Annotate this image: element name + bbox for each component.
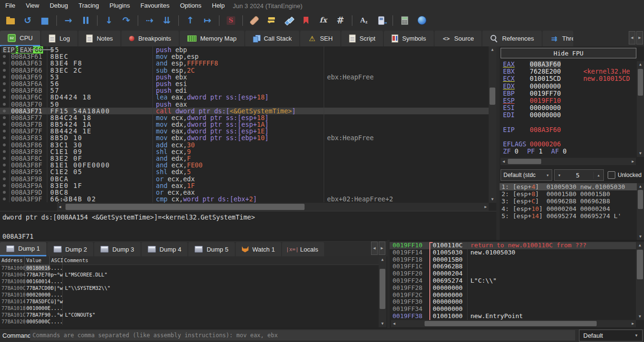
disasm-row[interactable]: 008A3F89C1E1 09shl ecx,9 — [0, 148, 489, 155]
label-icon[interactable] — [282, 14, 296, 27]
close-icon[interactable]: ■ — [38, 14, 52, 27]
tab-locals[interactable]: |x=|Locals — [282, 242, 325, 256]
register-row[interactable]: ZF0PF1AF0 — [500, 148, 637, 155]
register-row[interactable]: EAX008A3F60 — [500, 61, 637, 68]
disasm-row[interactable]: 008A3F7050push eax — [0, 101, 489, 108]
argument-row[interactable]: 3: [esp+C] 006962B8 006962B8 — [500, 198, 637, 205]
scroll-down-icon[interactable]: ▼ — [637, 152, 644, 155]
menu-tracing[interactable]: Tracing — [73, 0, 104, 11]
dump-row[interactable]: 77BA101000020000.... — [0, 291, 379, 298]
tab-dump-2[interactable]: Dump 2 — [47, 242, 94, 256]
calling-convention-dropdown[interactable]: Default (stdc ▼ — [501, 169, 552, 181]
argument-row[interactable]: 4: [esp+10] 00000204 00000204 — [500, 205, 637, 212]
stack-row[interactable]: 0019FF2800000000 — [390, 285, 636, 292]
stack-row[interactable]: 0019FF18000015B0 — [390, 256, 636, 264]
dump-row[interactable]: 77BA101477BA5DFCü]°w — [0, 298, 379, 305]
breakpoint-dot[interactable] — [0, 53, 9, 60]
tab-script[interactable]: Script — [341, 31, 383, 46]
tab-breakpoints[interactable]: Breakpoints — [121, 31, 179, 46]
breakpoint-dot[interactable] — [0, 134, 9, 141]
breakpoint-dot[interactable] — [0, 162, 9, 168]
breakpoint-dot[interactable] — [0, 67, 9, 74]
menu-help[interactable]: Help — [207, 0, 230, 11]
argument-row[interactable]: 2: [esp+8] 000015B0 000015B0 — [500, 190, 637, 198]
disasm-row[interactable]: 008A3F9A83E0 1Fand eax,1F — [0, 182, 489, 189]
disasm-row[interactable]: 008A3F8C83E2 0Fand edx,F — [0, 155, 489, 162]
stack-hscrollbar[interactable]: ◀ ▶ — [391, 320, 636, 327]
attach-icon[interactable] — [374, 14, 388, 27]
command-input[interactable] — [30, 330, 575, 341]
disasm-row[interactable]: 008A3F9F66:3B4B 02cmp cx,word ptr ds:[eb… — [0, 196, 489, 202]
dump-row[interactable]: 77BA100000180016.... — [0, 265, 379, 271]
tab-watch-1[interactable]: Watch 1 — [236, 242, 281, 256]
dump-vscrollbar[interactable]: ▲ ▼ — [379, 256, 386, 327]
scroll-left-icon[interactable]: ◀ — [393, 322, 395, 326]
globe-icon[interactable] — [415, 14, 429, 27]
register-row[interactable]: EBX7628E200<kernel32.He — [500, 68, 637, 75]
stepper-down-icon[interactable]: ▼ — [555, 174, 564, 177]
scroll-up-icon[interactable]: ▲ — [637, 63, 644, 66]
scroll-left-icon[interactable]: ◀ — [59, 205, 61, 209]
breakpoint-dot[interactable] — [0, 108, 9, 114]
scroll-up-icon[interactable]: ▲ — [489, 48, 496, 52]
tab-dump-3[interactable]: Dump 3 — [94, 242, 141, 256]
step-over-icon[interactable]: ↷ — [119, 14, 133, 27]
profile-dropdown[interactable]: Default ▼ — [579, 330, 643, 342]
disasm-row[interactable]: 008A3F95C1E2 05shl edx,5 — [0, 168, 489, 175]
scroll-down-icon[interactable]: ▼ — [489, 198, 496, 201]
breakpoint-dot[interactable] — [0, 148, 9, 155]
breakpoint-dot[interactable] — [0, 114, 9, 121]
breakpoint-dot[interactable] — [0, 60, 9, 66]
calculator-icon[interactable] — [397, 14, 412, 27]
restart-icon[interactable]: ↺ — [21, 14, 35, 27]
tab-source[interactable]: <>Source — [435, 31, 481, 46]
stack-row[interactable]: 0019FF2000000204 — [390, 270, 636, 277]
pause-icon[interactable] — [78, 14, 93, 27]
vertical-splitter[interactable] — [496, 46, 500, 240]
registers-hscrollbar[interactable]: ◀ ▶ — [501, 158, 636, 165]
scroll-right-icon[interactable]: ▶ — [632, 160, 634, 164]
run-to-user-code-icon[interactable]: ⇢ — [142, 14, 157, 27]
open-file-icon[interactable] — [3, 14, 18, 27]
register-row[interactable]: ESI00000000 — [500, 104, 637, 111]
scroll-down-icon[interactable]: ▼ — [637, 235, 644, 239]
stack-vscrollbar[interactable]: ▲ ▼ — [636, 242, 644, 320]
tab-memory-map[interactable]: Memory Map — [180, 31, 244, 46]
step-out-icon[interactable]: ↑ — [183, 14, 197, 27]
disasm-row[interactable]: 008A3F6383E4 F8and esp,FFFFFFF8 — [0, 60, 489, 66]
hide-fpu-button[interactable]: Hide FPU — [501, 48, 636, 58]
menu-plugins[interactable]: Plugins — [104, 0, 135, 11]
tab-seh[interactable]: ⚠SEH — [300, 31, 340, 46]
breakpoint-dot[interactable] — [0, 196, 9, 202]
tab-dump-5[interactable]: Dump 5 — [188, 242, 235, 256]
disasm-row[interactable]: 008A3F6C8D4424 18lea eax,dword ptr ss:[e… — [0, 94, 489, 100]
font-icon[interactable]: Az — [357, 14, 371, 27]
disasm-row[interactable]: 008A3F71FF15 54A18A00call dword ptr ds:[… — [0, 108, 489, 114]
dump-tab-scroll-left-icon[interactable]: ◀ — [371, 242, 378, 255]
disasm-row[interactable]: 008A3F980BCAor ecx,edx — [0, 176, 489, 182]
stepper-up-icon[interactable]: ▲ — [594, 174, 603, 177]
dump-row[interactable]: 77BA100C77BA7CD0Ð|°wL"\\SYSTEM32\\" — [0, 285, 379, 291]
scroll-down-icon[interactable]: ▼ — [636, 315, 644, 319]
disasm-row[interactable]: 008A3F6953push ebxebx:HeapFree — [0, 74, 489, 80]
breakpoint-dot[interactable] — [0, 155, 9, 162]
scroll-up-icon[interactable]: ▲ — [379, 258, 386, 262]
menu-debug[interactable]: Debug — [44, 0, 73, 11]
breakpoint-dot[interactable] — [0, 101, 9, 108]
argument-row[interactable]: 5: [esp+14] 00695274 00695274 L' — [500, 212, 637, 220]
menu-options[interactable]: Options — [175, 0, 207, 11]
disasm-row[interactable]: 008A3F7F8B4424 1Emov eax,dword ptr ss:[e… — [0, 128, 489, 134]
tab-call-stack[interactable]: Call Stack — [245, 31, 300, 46]
tab-notes[interactable]: Notes — [78, 31, 120, 46]
tab-scroll-right-icon[interactable]: ▶ — [636, 31, 643, 44]
register-row[interactable]: EDX00000000 — [500, 83, 637, 90]
breakpoint-dot[interactable] — [0, 94, 9, 100]
breakpoint-dot[interactable] — [0, 142, 9, 148]
breakpoint-dot[interactable] — [0, 87, 9, 94]
breakpoint-dot[interactable] — [0, 168, 9, 175]
dump-tab-scroll-right-icon[interactable]: ▶ — [379, 242, 385, 255]
scroll-up-icon[interactable]: ▲ — [636, 243, 644, 247]
stack-row[interactable]: 0019FF1C006962B8 — [390, 263, 636, 270]
stack-row[interactable]: 0019FF2C00000000 — [390, 292, 636, 299]
breakpoint-dot[interactable] — [0, 80, 9, 87]
